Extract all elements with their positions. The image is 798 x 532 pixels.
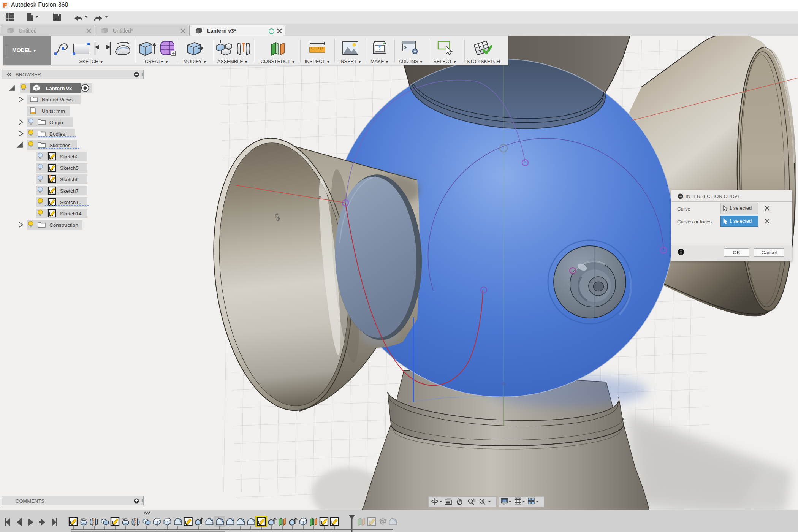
svg-text:Units: mm: Units: mm [42, 108, 65, 114]
svg-text:Sketch2: Sketch2 [60, 154, 79, 160]
svg-text:Sketch5: Sketch5 [60, 165, 79, 171]
svg-text:Sketch10: Sketch10 [60, 200, 81, 205]
svg-text:Sketch6: Sketch6 [60, 177, 79, 182]
svg-text:Construction: Construction [49, 222, 78, 228]
svg-text:Origin: Origin [49, 120, 63, 125]
svg-text:Sketches: Sketches [49, 142, 71, 148]
svg-text:Sketch14: Sketch14 [60, 211, 82, 217]
svg-text:Named Views: Named Views [42, 97, 73, 103]
svg-text:Lantern v3: Lantern v3 [46, 86, 72, 91]
svg-text:Sketch7: Sketch7 [60, 188, 79, 194]
svg-text:Bodies: Bodies [49, 131, 65, 137]
